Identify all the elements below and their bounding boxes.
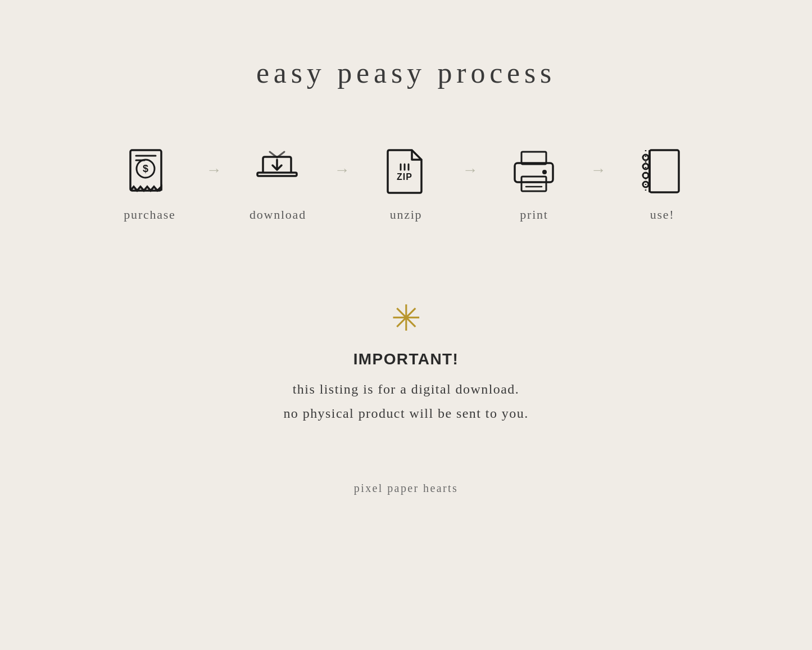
notebook-icon (634, 146, 691, 196)
svg-rect-5 (257, 173, 297, 176)
svg-point-16 (542, 170, 547, 174)
brand-footer: pixel paper hearts (354, 482, 458, 495)
asterisk-icon: ✳ (391, 301, 421, 337)
svg-point-20 (643, 164, 648, 169)
page-wrapper: easy peasy process $ purchase (0, 0, 812, 529)
important-section: ✳ IMPORTANT! this listing is for a digit… (283, 301, 528, 426)
important-line2: no physical product will be sent to you. (283, 406, 528, 421)
step-purchase-label: purchase (124, 207, 175, 222)
step-print-label: print (520, 207, 548, 222)
step-unzip: ZIP unzip (361, 146, 451, 222)
svg-text:ZIP: ZIP (397, 172, 412, 182)
arrow-2: → (334, 161, 350, 179)
svg-point-19 (643, 155, 648, 160)
svg-rect-13 (521, 177, 546, 191)
printer-icon (506, 146, 562, 196)
important-line1: this listing is for a digital download. (293, 382, 519, 396)
step-purchase: $ purchase (105, 146, 195, 222)
page-title: easy peasy process (256, 56, 556, 89)
svg-text:$: $ (142, 163, 148, 174)
arrow-1: → (206, 161, 222, 179)
arrow-3: → (462, 161, 478, 179)
step-unzip-label: unzip (390, 207, 423, 222)
download-icon (250, 146, 306, 196)
steps-row: $ purchase → (97, 146, 715, 222)
step-download: download (233, 146, 323, 222)
step-download-label: download (250, 207, 306, 222)
step-use-label: use! (650, 207, 675, 222)
step-print: print (489, 146, 579, 222)
svg-rect-17 (650, 150, 679, 192)
important-title: IMPORTANT! (353, 350, 459, 368)
svg-rect-11 (515, 163, 553, 182)
receipt-icon: $ (122, 146, 178, 196)
arrow-4: → (591, 161, 606, 179)
important-text: this listing is for a digital download. … (283, 377, 528, 426)
zip-icon: ZIP (378, 146, 434, 196)
step-use: use! (618, 146, 707, 222)
